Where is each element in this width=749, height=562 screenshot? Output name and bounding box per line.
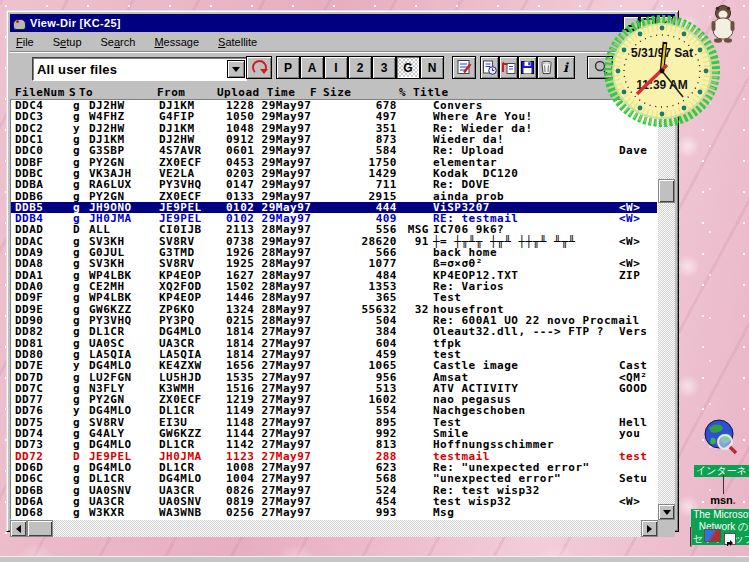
app-icon bbox=[12, 17, 26, 30]
desktop-icon-msn-setup[interactable]: msn. The Microsoft Network の セットアップ bbox=[684, 476, 749, 546]
filter-n-button[interactable]: N bbox=[420, 56, 444, 79]
horizontal-scroll-thumb[interactable] bbox=[27, 520, 53, 537]
arrow-left-icon bbox=[16, 525, 21, 533]
delete-button[interactable] bbox=[537, 56, 556, 79]
col-s: S bbox=[69, 86, 76, 99]
viewdir-window: View-Dir [KC-25] × File Setup Search Mes… bbox=[6, 10, 679, 532]
filter-i-button[interactable]: I bbox=[324, 56, 348, 79]
delete-icon bbox=[538, 59, 555, 76]
vertical-scroll-thumb[interactable] bbox=[658, 179, 675, 203]
extract-message-icon bbox=[500, 59, 517, 76]
file-filter-combobox[interactable]: All user files bbox=[32, 57, 247, 81]
compose-message-icon bbox=[481, 59, 498, 76]
horizontal-scrollbar[interactable] bbox=[10, 520, 658, 537]
arrow-down-icon bbox=[663, 510, 671, 515]
col-f: F bbox=[310, 86, 317, 99]
extract-message-button[interactable] bbox=[499, 56, 518, 79]
clock-widget: 5/31/97 Sat 11:39 AM bbox=[604, 15, 720, 127]
col-to: To bbox=[79, 86, 93, 99]
filter-2-button[interactable]: 2 bbox=[348, 56, 372, 79]
menu-satellite[interactable]: Satellite bbox=[218, 36, 257, 48]
msn-logo: msn. bbox=[684, 494, 749, 507]
refresh-icon bbox=[252, 60, 267, 75]
menubar: File Setup Search Message Satellite bbox=[10, 33, 675, 52]
edit-note-button[interactable] bbox=[452, 56, 476, 79]
vertical-scrollbar[interactable] bbox=[658, 99, 675, 520]
filter-3-button[interactable]: 3 bbox=[372, 56, 396, 79]
filter-g-button[interactable]: G bbox=[396, 56, 420, 79]
menu-message[interactable]: Message bbox=[154, 36, 199, 48]
titlebar[interactable]: View-Dir [KC-25] × bbox=[10, 14, 675, 32]
col-size: Size bbox=[323, 86, 352, 99]
scrollbar-corner bbox=[658, 520, 675, 537]
desktop: View-Dir [KC-25] × File Setup Search Mes… bbox=[0, 0, 749, 562]
save-button[interactable] bbox=[518, 56, 537, 79]
file-filter-value: All user files bbox=[33, 62, 227, 77]
col-filenum: FileNum bbox=[15, 86, 65, 99]
desktop-icon-internet[interactable]: インターネット bbox=[694, 418, 746, 478]
penguin-mascot bbox=[708, 4, 738, 44]
toolbar: All user files P A I 2 3 G N bbox=[10, 53, 675, 84]
refresh-button[interactable] bbox=[246, 56, 272, 79]
scroll-right-button[interactable] bbox=[641, 520, 658, 537]
window-title: View-Dir [KC-25] bbox=[30, 17, 121, 29]
edit-note-icon bbox=[456, 59, 473, 76]
chevron-down-icon bbox=[232, 67, 240, 72]
menu-setup[interactable]: Setup bbox=[53, 36, 82, 48]
save-icon bbox=[519, 59, 536, 76]
info-icon: i bbox=[563, 60, 568, 75]
compose-message-button[interactable] bbox=[480, 56, 499, 79]
taskbar-edge[interactable] bbox=[0, 556, 749, 562]
table-row[interactable]: DD68 g W3KXR WA3WNB 0256 27May97 993 Msg bbox=[11, 507, 657, 518]
scroll-down-button[interactable] bbox=[658, 504, 675, 520]
col-from: From bbox=[157, 86, 186, 99]
internet-globe-icon bbox=[701, 418, 739, 456]
info-button[interactable]: i bbox=[556, 56, 575, 79]
filter-p-button[interactable]: P bbox=[276, 56, 300, 79]
col-title: Title bbox=[413, 86, 449, 99]
col-percent: % bbox=[399, 86, 406, 99]
menu-search[interactable]: Search bbox=[101, 36, 136, 48]
list-header: FileNum S To From Upload Time F Size % T… bbox=[10, 86, 658, 99]
shortcut-arrow-icon bbox=[724, 533, 736, 545]
menu-file[interactable]: File bbox=[16, 36, 34, 48]
file-list: DDC4 g DJ2HW DJ1KM 1228 29May97 678 Conv… bbox=[10, 99, 658, 520]
filter-a-button[interactable]: A bbox=[300, 56, 324, 79]
combo-dropdown-button[interactable] bbox=[227, 60, 245, 78]
col-upload-time: Upload Time bbox=[217, 86, 295, 99]
arrow-right-icon bbox=[647, 525, 652, 533]
msn-picture-thumb bbox=[704, 529, 721, 542]
scroll-left-button[interactable] bbox=[10, 520, 27, 537]
